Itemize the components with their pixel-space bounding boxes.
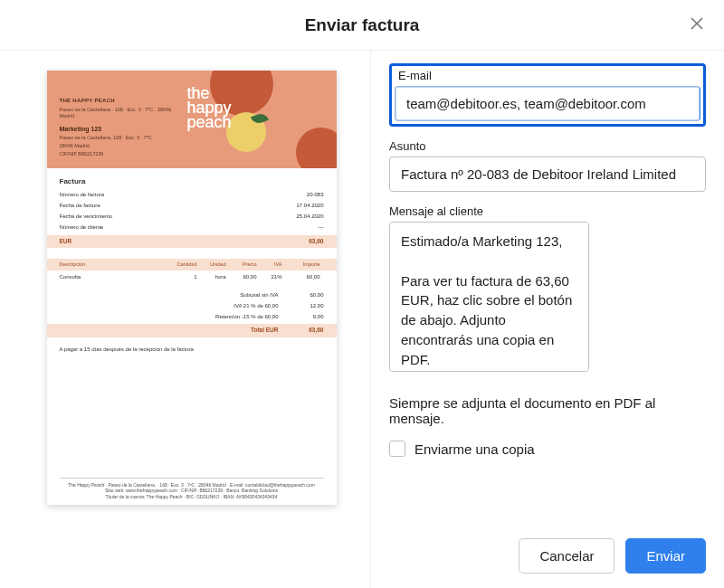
sum-label: Retención -15 % de 60,00 <box>188 314 288 321</box>
total-label: Total EUR <box>188 327 288 334</box>
col-price: Precio <box>226 261 257 268</box>
meta-value: 25.04.2020 <box>296 213 323 221</box>
send-invoice-modal: Enviar factura The Happy Peach Paseo de … <box>0 0 724 588</box>
col-amount: Importe <box>282 261 320 268</box>
message-textarea[interactable]: Estimado/a Marketing 123, Para ver tu fa… <box>389 222 589 372</box>
meta-label: Fecha de vencimiento <box>60 213 113 221</box>
company-name: The Happy Peach <box>60 98 183 105</box>
meta-label: Número de factura <box>60 192 105 199</box>
sum-label: IVA 21 % de 60,00 <box>188 303 288 310</box>
client-address-2: 28046 Madrid <box>60 143 183 149</box>
sum-value: 12,00 <box>288 303 324 310</box>
sum-label: Subtotal sin IVA <box>188 292 288 299</box>
brand-logo-text: the happy peach <box>187 87 232 129</box>
message-field: Mensaje al cliente Estimado/a Marketing … <box>389 204 706 375</box>
invoice-preview-pane: The Happy Peach Paseo de la Castellana ·… <box>0 51 371 588</box>
cancel-button[interactable]: Cancelar <box>519 538 614 574</box>
subject-label: Asunto <box>389 139 706 153</box>
col-desc: Descripción <box>60 261 168 268</box>
invoice-section-title: Factura <box>47 168 337 190</box>
cell-price: 60,00 <box>226 274 257 281</box>
modal-body: The Happy Peach Paseo de la Castellana ·… <box>0 51 724 588</box>
cell-desc: Consulta <box>60 274 168 281</box>
meta-value: — <box>319 224 324 232</box>
modal-titlebar: Enviar factura <box>0 0 724 51</box>
invoice-addresses: The Happy Peach Paseo de la Castellana ·… <box>47 71 183 168</box>
footer-line: Titular de la cuenta: The Happy Peach · … <box>60 494 324 500</box>
client-tax-id: CIF/NIF B86217239 <box>60 151 183 157</box>
message-label: Mensaje al cliente <box>389 204 706 218</box>
attachment-hint: Siempre se adjunta el documento en PDF a… <box>389 395 706 426</box>
email-label: E-mail <box>395 69 700 82</box>
peach-icon <box>296 128 337 168</box>
col-unit: Unidad <box>197 261 226 268</box>
line-item-row: Consulta 1 hora 60,00 21% 60,00 <box>47 270 337 285</box>
line-items-header: Descripción Cantidad Unidad Precio IVA I… <box>47 259 337 270</box>
total-value: 63,60 <box>288 327 324 334</box>
client-name: Marketing 123 <box>60 125 183 133</box>
brand-line: peach <box>187 116 232 130</box>
modal-title: Enviar factura <box>305 15 420 35</box>
col-vat: IVA <box>257 261 282 268</box>
client-address-1: Paseo de la Castellana, 168 · Esc. 3 · 7… <box>60 135 183 141</box>
send-button[interactable]: Enviar <box>625 538 706 574</box>
invoice-meta: Número de factura20-083 Fecha de factura… <box>47 190 337 248</box>
payment-note: A pagar a 15 días después de la recepció… <box>47 337 337 363</box>
invoice-summary: Subtotal sin IVA60,00 IVA 21 % de 60,001… <box>47 285 337 337</box>
meta-label: Número de cliente <box>60 224 104 232</box>
self-copy-label: Enviarme una copia <box>414 441 535 457</box>
close-icon <box>690 16 704 34</box>
cell-vat: 21% <box>257 274 282 281</box>
send-form: E-mail Asunto Mensaje al cliente Estimad… <box>371 51 724 588</box>
meta-value: 20-083 <box>307 192 324 199</box>
meta-label: Fecha de factura <box>60 203 100 210</box>
self-copy-checkbox[interactable]: Enviarme una copia <box>389 441 706 457</box>
currency-total: 63,60 <box>309 238 323 245</box>
subject-field: Asunto <box>389 139 706 192</box>
email-field-highlight: E-mail <box>389 63 706 127</box>
invoice-footer: The Happy Peach · Paseo de la Castellana… <box>47 474 337 500</box>
checkbox-icon <box>389 441 405 457</box>
company-address: Paseo de la Castellana · 168 · Esc. 3 · … <box>60 107 183 119</box>
cell-qty: 1 <box>168 274 197 281</box>
close-button[interactable] <box>684 13 710 38</box>
invoice-document[interactable]: The Happy Peach Paseo de la Castellana ·… <box>47 71 337 505</box>
sum-value: 9,00 <box>288 314 324 321</box>
cell-unit: hora <box>197 274 226 281</box>
modal-action-buttons: Cancelar Enviar <box>519 538 706 574</box>
meta-value: 17.04.2020 <box>296 203 323 210</box>
invoice-header: The Happy Peach Paseo de la Castellana ·… <box>47 71 337 168</box>
currency-label: EUR <box>60 238 72 245</box>
sum-value: 60,00 <box>288 292 324 299</box>
email-input[interactable] <box>395 86 700 121</box>
subject-input[interactable] <box>389 156 706 192</box>
col-qty: Cantidad <box>168 261 197 268</box>
cell-amount: 60,00 <box>282 274 320 281</box>
